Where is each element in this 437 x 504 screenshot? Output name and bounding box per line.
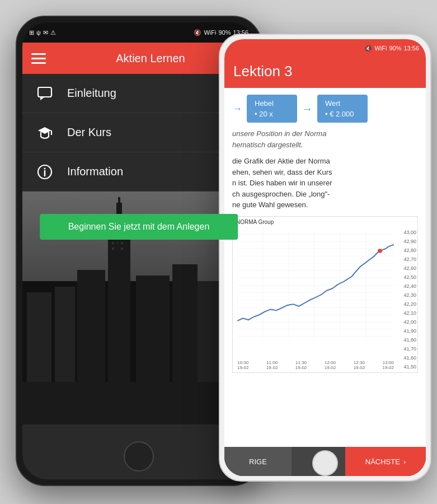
cta-button[interactable]: Beginnen Sie jetzt mit dem Anlegen [40, 214, 238, 240]
y-label-16: 41,50 [403, 362, 416, 371]
svg-rect-12 [118, 197, 120, 214]
y-label-14: 41,70 [403, 344, 416, 353]
wifi-icon: WiFi [204, 29, 216, 36]
warning-icon: ⚠ [50, 29, 56, 36]
svg-point-6 [44, 167, 46, 169]
battery-text: 90% [218, 29, 231, 36]
wert-value: • € 2.000 [325, 110, 360, 118]
y-label-8: 42,30 [403, 291, 416, 300]
information-label: Information [67, 165, 241, 178]
hebel-value: • 20 x [255, 110, 289, 118]
x-label-1: 10:3019-02 [237, 360, 248, 370]
time2: 13:56 [403, 45, 419, 52]
text-italic-1: unsere Position in der Normahematisch da… [232, 128, 418, 150]
prev-label: RIGE [249, 458, 267, 466]
arrow-connector: → [302, 102, 313, 115]
svg-rect-18 [27, 292, 51, 382]
y-label-12: 41,90 [403, 326, 416, 335]
y-label-6: 42,50 [403, 273, 416, 282]
graduation-icon [34, 122, 56, 144]
y-label-1: 43,00 [403, 228, 416, 237]
y-label-2: 42,90 [403, 237, 416, 246]
statusbar1: ⊞ ψ ✉ ⚠ 🔇 WiFi 90% 13:56 [22, 22, 255, 43]
svg-rect-13 [77, 270, 105, 382]
chart-title: NORMA Group [236, 219, 274, 225]
email-icon: ✉ [43, 29, 48, 36]
battery2: 90% [389, 45, 401, 52]
chart-x-labels: 10:3019-02 11:0019-02 11:3019-02 12:0019… [237, 360, 394, 370]
scene: ⊞ ψ ✉ ⚠ 🔇 WiFi 90% 13:56 Aktien Lernen [0, 0, 437, 504]
mute-icon: 🔇 [194, 29, 201, 36]
chart-y-labels: 43,00 42,90 42,80 42,70 42,60 42,50 42,4… [403, 228, 416, 373]
next-arrow-icon: › [403, 458, 406, 466]
svg-rect-21 [116, 242, 119, 244]
y-label-3: 42,80 [403, 246, 416, 255]
boxes-row: → Hebel • 20 x → Wert • € 2.000 [232, 95, 418, 123]
svg-rect-16 [55, 287, 75, 382]
x-label-4: 12:0019-02 [325, 360, 336, 370]
text-main: die Grafik der Aktie der Norma ehen, seh… [232, 156, 418, 211]
y-label-17: 41,40 [403, 371, 416, 373]
statusbar1-left-icons: ⊞ ψ ✉ ⚠ [29, 29, 56, 36]
x-label-3: 11:3019-02 [295, 360, 307, 370]
einleitung-label: Einleitung [67, 87, 241, 100]
hamburger-button[interactable] [31, 53, 46, 64]
usb-icon: ⊞ [29, 29, 34, 36]
svg-rect-23 [112, 248, 114, 250]
wifi-icon2: WiFi [374, 45, 387, 52]
y-label-9: 42,20 [403, 300, 416, 309]
chart-container: NORMA Group 43,00 42,90 42,80 42,70 42,6… [232, 216, 418, 373]
y-label-4: 42,70 [403, 255, 416, 264]
info-icon [34, 161, 56, 183]
statusbar2: 🔇 WiFi 90% 13:56 [224, 39, 426, 57]
app-title: Aktien Lernen [55, 52, 246, 65]
phone1-home-button[interactable] [124, 441, 154, 472]
hebel-title: Hebel [255, 99, 289, 108]
y-label-13: 41,80 [403, 335, 416, 344]
mute-icon2: 🔇 [364, 45, 372, 52]
next-button[interactable]: NÄCHSTE › [345, 447, 426, 476]
y-label-15: 41,60 [403, 353, 416, 362]
y-label-5: 42,60 [403, 264, 416, 273]
der-kurs-label: Der Kurs [67, 126, 241, 139]
svg-rect-20 [112, 242, 114, 244]
y-label-11: 42,00 [403, 318, 416, 326]
svg-marker-1 [40, 97, 45, 100]
chart-svg-area [237, 227, 394, 352]
x-label-5: 12:3019-02 [354, 360, 365, 370]
hebel-box: Hebel • 20 x [247, 95, 297, 123]
phone2-content: → Hebel • 20 x → Wert • € 2.000 unsere P… [224, 88, 426, 380]
x-label-6: 13:0019-02 [383, 360, 394, 370]
phone2-device: 🔇 WiFi 90% 13:56 Lektion 3 → Hebel • 20 … [219, 34, 431, 482]
svg-rect-0 [38, 87, 51, 97]
titlebar2: Lektion 3 [224, 57, 426, 88]
svg-rect-22 [121, 242, 123, 244]
x-label-2: 11:0019-02 [266, 360, 278, 370]
svg-point-45 [378, 249, 382, 253]
prev-button[interactable]: RIGE [224, 447, 292, 476]
next-label: NÄCHSTE [365, 458, 400, 466]
phone2-screen: 🔇 WiFi 90% 13:56 Lektion 3 → Hebel • 20 … [224, 39, 426, 476]
svg-marker-2 [38, 127, 51, 134]
lektion-title: Lektion 3 [233, 63, 417, 80]
phone2-home-button[interactable] [312, 450, 338, 476]
wert-title: Wert [325, 99, 360, 108]
y-label-7: 42,40 [403, 282, 416, 291]
svg-rect-24 [121, 248, 123, 250]
wert-box: Wert • € 2.000 [317, 95, 368, 123]
charge-icon: ψ [36, 29, 41, 36]
y-label-10: 42,10 [403, 309, 416, 318]
svg-rect-15 [172, 264, 198, 382]
chat-icon [34, 82, 56, 105]
arrow-left: → [232, 103, 242, 115]
svg-rect-14 [136, 276, 170, 382]
